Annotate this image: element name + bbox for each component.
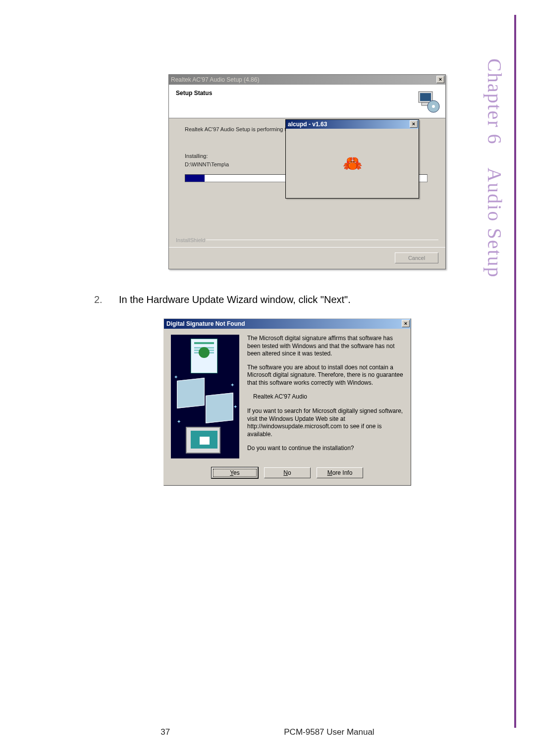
- yes-button[interactable]: Yes: [212, 467, 258, 478]
- no-label-rest: o: [288, 469, 291, 476]
- para-3: If you want to search for Microsoft digi…: [247, 407, 404, 438]
- dialog2-title-text: Digital Signature Not Found: [166, 320, 245, 327]
- more-label-rest: ore Info: [332, 469, 353, 476]
- alcupd-titlebar: alcupd - v1.63 ×: [286, 120, 419, 129]
- no-button[interactable]: No: [264, 467, 311, 478]
- para-4: Do you want to continue the installation…: [247, 445, 404, 453]
- yes-label-rest: es: [233, 469, 240, 476]
- svg-point-4: [432, 105, 435, 108]
- close-icon[interactable]: ×: [410, 120, 418, 128]
- alcupd-popup: alcupd - v1.63 × 🦀: [285, 119, 419, 199]
- cancel-button[interactable]: Cancel: [395, 252, 438, 263]
- step-number: 2.: [94, 294, 119, 305]
- setup-status-dialog: Realtek AC'97 Audio Setup (4.86) × Setup…: [168, 74, 446, 269]
- page-footer: 37 PCM-9587 User Manual: [0, 727, 535, 737]
- svg-rect-1: [420, 93, 431, 101]
- digital-signature-dialog: Digital Signature Not Found × ✦ ✦ ✦ ✦: [163, 318, 411, 486]
- dialog1-header: Setup Status: [169, 85, 445, 118]
- dialog2-body: ✦ ✦ ✦ ✦: [164, 329, 411, 463]
- page-content: Realtek AC'97 Audio Setup (4.86) × Setup…: [94, 74, 471, 486]
- dialog2-text-panel: The Microsoft digital signature affirms …: [247, 335, 404, 458]
- step-text: In the Hardware Update Wizard window, cl…: [119, 294, 351, 305]
- more-info-button[interactable]: More Info: [317, 467, 363, 478]
- dialog2-illustration-panel: ✦ ✦ ✦ ✦: [171, 335, 239, 458]
- dialog1-footer: Cancel: [169, 247, 445, 269]
- alcupd-title-text: alcupd - v1.63: [288, 121, 327, 128]
- chapter-title: Chapter 6 Audio Setup: [483, 58, 506, 278]
- driver-name: Realtek AC'97 Audio: [253, 393, 404, 401]
- signature-illustration: ✦ ✦ ✦ ✦: [171, 335, 239, 458]
- page-number: 37: [160, 727, 170, 737]
- installshield-brand: InstallShield: [176, 237, 205, 243]
- close-icon[interactable]: ×: [436, 76, 444, 83]
- dialog2-footer: Yes No More Info: [164, 463, 411, 485]
- dialog2-titlebar: Digital Signature Not Found ×: [164, 319, 411, 329]
- realtek-crab-icon: 🦀: [343, 156, 362, 171]
- dialog1-titlebar: Realtek AC'97 Audio Setup (4.86) ×: [169, 75, 445, 85]
- progress-fill: [185, 175, 205, 182]
- dialog1-title-text: Realtek AC'97 Audio Setup (4.86): [171, 76, 259, 83]
- para-1: The Microsoft digital signature affirms …: [247, 335, 404, 358]
- setup-status-heading: Setup Status: [176, 90, 438, 97]
- alcupd-body: 🦀: [286, 129, 419, 198]
- para-2: The software you are about to install do…: [247, 364, 404, 387]
- brand-divider: [206, 240, 438, 240]
- computer-cd-icon: [417, 90, 440, 113]
- step-2: 2. In the Hardware Update Wizard window,…: [94, 294, 471, 305]
- close-icon[interactable]: ×: [402, 320, 410, 327]
- manual-name: PCM-9587 User Manual: [284, 727, 374, 737]
- page-right-border: [514, 15, 516, 728]
